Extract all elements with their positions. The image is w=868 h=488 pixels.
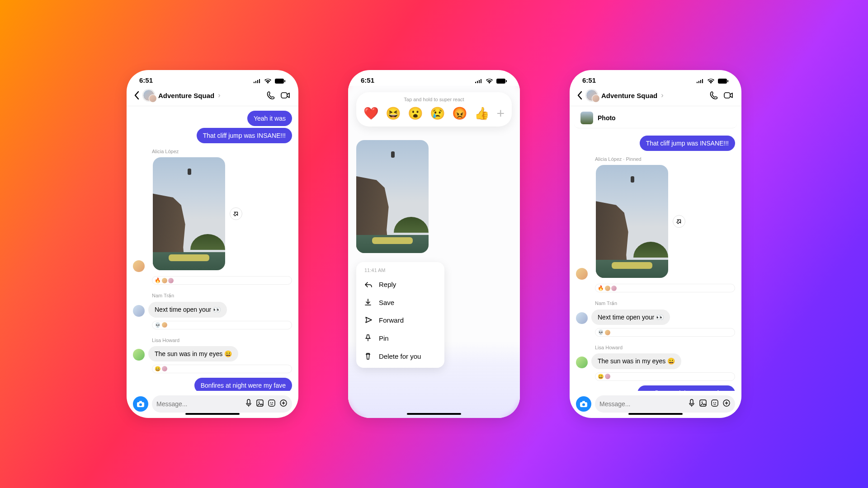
message-out[interactable]: Bonfires at night were my fave <box>194 378 292 391</box>
reaction-pill[interactable]: 💀 <box>595 328 735 337</box>
gallery-button[interactable] <box>699 399 707 409</box>
cellular-icon <box>697 79 704 83</box>
message-out[interactable]: Yeah it was <box>247 111 292 126</box>
avatar[interactable] <box>133 260 145 272</box>
reaction-add-button[interactable]: + <box>496 106 505 121</box>
wifi-icon <box>708 79 714 84</box>
pinned-banner[interactable]: Photo <box>574 108 737 128</box>
status-icons <box>252 76 286 84</box>
call-button[interactable] <box>710 90 720 100</box>
group-avatar[interactable] <box>143 89 155 101</box>
call-button[interactable] <box>267 90 277 100</box>
sticker-button[interactable] <box>711 399 719 409</box>
message-in[interactable]: Next time open your 👀 <box>148 302 227 317</box>
share-button[interactable] <box>673 215 685 228</box>
reaction-hint: Tap and hold to super react <box>362 97 506 102</box>
reaction-angry[interactable]: 😡 <box>452 106 467 121</box>
camera-button[interactable] <box>576 396 591 412</box>
sender-label: Alicia López · Pinned <box>595 156 735 162</box>
reaction-cry[interactable]: 😢 <box>430 106 445 121</box>
message-input-container <box>152 395 292 413</box>
reaction-wow[interactable]: 😮 <box>408 106 423 121</box>
message-in[interactable]: The sun was in my eyes 😀 <box>148 346 238 361</box>
avatar[interactable] <box>133 349 145 361</box>
reaction-pill[interactable]: 🔥 <box>595 284 735 292</box>
reaction-pill[interactable]: 😀 <box>595 372 735 381</box>
messages-list[interactable]: That cliff jump was INSANE!!! Alicia Lóp… <box>570 131 741 391</box>
back-button[interactable] <box>577 91 582 100</box>
sender-label: Nam Trần <box>595 300 735 306</box>
battery-icon <box>718 79 729 84</box>
avatar[interactable] <box>576 312 588 324</box>
message-input[interactable] <box>156 400 241 408</box>
avatar[interactable] <box>576 357 588 368</box>
message-in[interactable]: Next time open your 👀 <box>591 310 670 325</box>
cellular-icon <box>254 79 261 83</box>
battery-icon <box>496 79 507 84</box>
status-icons <box>695 76 729 84</box>
add-button[interactable] <box>279 399 288 409</box>
svg-point-23 <box>702 402 703 403</box>
chevron-right-icon: › <box>218 91 220 99</box>
sticker-button[interactable] <box>268 399 276 409</box>
reaction-pill[interactable]: 🔥 <box>152 276 292 285</box>
context-delete[interactable]: Delete for you <box>356 347 444 365</box>
share-button[interactable] <box>230 207 242 220</box>
chat-navbar: Adventure Squad › <box>570 86 741 106</box>
reaction-heart[interactable]: ❤️ <box>363 106 379 121</box>
svg-rect-17 <box>724 93 730 98</box>
reaction-pill[interactable]: 😀 <box>152 365 292 373</box>
message-photo[interactable] <box>153 157 225 270</box>
svg-point-19 <box>582 404 585 406</box>
reaction-laugh[interactable]: 😆 <box>386 106 401 121</box>
svg-rect-9 <box>269 400 275 406</box>
status-icons <box>473 76 507 84</box>
context-overlay[interactable]: Tap and hold to super react ❤️ 😆 😮 😢 😡 👍… <box>348 86 520 418</box>
context-pin[interactable]: Pin <box>356 329 444 347</box>
message-input[interactable] <box>599 400 684 408</box>
context-save[interactable]: Save <box>356 293 444 311</box>
add-button[interactable] <box>722 399 731 409</box>
message-in[interactable]: The sun was in my eyes 😀 <box>591 353 681 369</box>
context-forward[interactable]: Forward <box>356 311 444 329</box>
svg-rect-15 <box>718 79 727 84</box>
cellular-icon <box>475 79 482 83</box>
message-out[interactable]: That cliff jump was INSANE!!! <box>640 136 735 151</box>
avatar[interactable] <box>133 305 145 317</box>
context-reply[interactable]: Reply <box>356 276 444 293</box>
svg-rect-14 <box>506 80 507 82</box>
group-avatar[interactable] <box>586 89 598 101</box>
reaction-pill[interactable]: 💀 <box>152 321 292 329</box>
mic-button[interactable] <box>688 399 695 409</box>
pinned-thumbnail <box>580 112 593 124</box>
avatar[interactable] <box>576 268 588 280</box>
home-indicator[interactable] <box>628 413 683 415</box>
svg-point-8 <box>259 402 260 403</box>
selected-message-photo[interactable] <box>356 140 429 253</box>
home-indicator[interactable] <box>407 413 461 415</box>
svg-rect-2 <box>281 93 287 98</box>
phone-context-menu-view: 6:51 Tap and hold to super react ❤️ 😆 😮 … <box>348 70 520 418</box>
message-out[interactable]: That cliff jump was INSANE!!! <box>197 128 292 143</box>
message-out[interactable]: Bonfires at night were my fave <box>637 385 735 391</box>
chat-title[interactable]: Adventure Squad <box>601 92 657 99</box>
home-indicator[interactable] <box>185 413 240 415</box>
message-photo[interactable] <box>596 165 668 278</box>
svg-point-4 <box>139 404 142 406</box>
camera-button[interactable] <box>133 396 148 412</box>
reaction-thumbsup[interactable]: 👍 <box>474 106 490 121</box>
wifi-icon <box>264 79 271 84</box>
chat-navbar: Adventure Squad › <box>127 86 298 106</box>
status-time: 6:51 <box>139 76 153 84</box>
video-call-button[interactable] <box>723 90 734 100</box>
gallery-button[interactable] <box>256 399 264 409</box>
phone-chat-view: 6:51 Adventure Squad › Yeah it was That … <box>127 70 298 418</box>
wifi-icon <box>486 79 493 84</box>
svg-point-11 <box>272 402 273 403</box>
video-call-button[interactable] <box>280 90 291 100</box>
back-button[interactable] <box>134 91 139 100</box>
chat-title[interactable]: Adventure Squad <box>158 92 214 99</box>
mic-button[interactable] <box>245 399 252 409</box>
messages-list[interactable]: Yeah it was That cliff jump was INSANE!!… <box>127 106 298 391</box>
svg-rect-6 <box>247 399 250 404</box>
